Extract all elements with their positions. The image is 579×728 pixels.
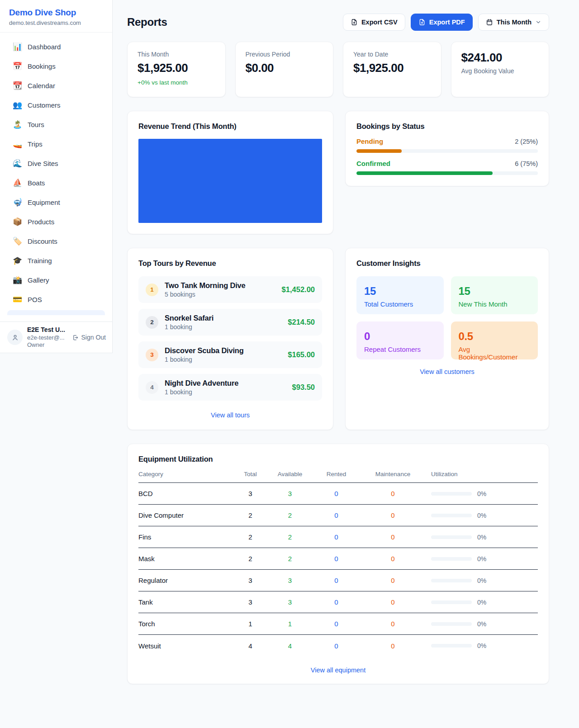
utilization-percent: 0% bbox=[477, 577, 486, 584]
boats-icon: ⛵ bbox=[13, 179, 22, 187]
status-value-confirmed: 6 (75%) bbox=[515, 160, 538, 167]
sidebar-item-trips[interactable]: 🚤 Trips bbox=[5, 135, 107, 152]
cell-utilization: 0% bbox=[423, 555, 538, 563]
tile-value: 15 bbox=[459, 285, 531, 298]
export-csv-button[interactable]: Export CSV bbox=[343, 14, 405, 31]
tile-label: Total Customers bbox=[364, 300, 436, 308]
tour-bookings: 5 bookings bbox=[165, 291, 275, 298]
sidebar-item-tours[interactable]: 🏝️ Tours bbox=[5, 116, 107, 133]
sidebar-item-calendar[interactable]: 📆 Calendar bbox=[5, 77, 107, 94]
utilization-percent: 0% bbox=[477, 620, 486, 628]
sidebar-item-training[interactable]: 🎓 Training bbox=[5, 252, 107, 269]
table-row: Dive Computer 2 2 0 0 0% bbox=[138, 505, 538, 526]
stat-label: This Month bbox=[138, 51, 215, 58]
tile-avg-bookings-customer: 0.5 Avg Bookings/Customer bbox=[451, 321, 538, 359]
sidebar-item-pos[interactable]: 💳 POS bbox=[5, 291, 107, 308]
sidebar-item-equipment[interactable]: 🤿 Equipment bbox=[5, 194, 107, 211]
discounts-icon: 🏷️ bbox=[13, 237, 22, 245]
export-pdf-button[interactable]: Export PDF bbox=[411, 14, 473, 31]
tour-row: 4 Night Dive Adventure 1 booking $93.50 bbox=[138, 374, 322, 401]
cell-available: 3 bbox=[270, 577, 310, 584]
chevron-down-icon bbox=[535, 19, 541, 25]
table-row: Tank 3 3 0 0 0% bbox=[138, 591, 538, 613]
cell-rented: 0 bbox=[310, 490, 362, 497]
period-label: This Month bbox=[497, 19, 532, 26]
user-info: E2E Test U... e2e-tester@... Owner bbox=[27, 326, 67, 349]
cell-available: 2 bbox=[270, 511, 310, 519]
tile-label: Repeat Customers bbox=[364, 345, 436, 353]
products-icon: 📦 bbox=[13, 218, 22, 226]
cell-category: Mask bbox=[138, 555, 231, 563]
tour-name: Discover Scuba Diving bbox=[165, 346, 281, 355]
avatar bbox=[7, 330, 23, 345]
sidebar-header: Demo Dive Shop demo.test.divestreams.com bbox=[0, 0, 112, 33]
equipment-utilization-card: Equipment Utilization Category Total Ava… bbox=[127, 444, 549, 684]
file-download-icon bbox=[351, 19, 358, 26]
cell-category: Dive Computer bbox=[138, 511, 231, 519]
view-all-customers-link[interactable]: View all customers bbox=[356, 368, 538, 375]
stat-label: Year to Date bbox=[353, 51, 431, 58]
status-row-confirmed: Confirmed 6 (75%) bbox=[356, 160, 538, 175]
sidebar-item-label: Training bbox=[28, 257, 52, 265]
utilization-bar-track bbox=[431, 535, 472, 539]
cell-available: 2 bbox=[270, 533, 310, 541]
sidebar-item-customers[interactable]: 👥 Customers bbox=[5, 96, 107, 113]
tile-label: Avg Bookings/Customer bbox=[459, 345, 531, 361]
sign-out-button[interactable]: Sign Out bbox=[72, 334, 106, 341]
customers-icon: 👥 bbox=[13, 101, 22, 109]
confirmed-bar-track bbox=[356, 171, 538, 175]
sidebar-item-reports-active[interactable] bbox=[7, 310, 105, 315]
stat-card-year-to-date: Year to Date $1,925.00 bbox=[343, 42, 441, 97]
top-tours-card: Top Tours by Revenue 1 Two Tank Morning … bbox=[127, 248, 333, 430]
sidebar-item-dashboard[interactable]: 📊 Dashboard bbox=[5, 38, 107, 55]
cell-maintenance: 0 bbox=[362, 642, 423, 650]
sign-out-icon bbox=[72, 334, 79, 341]
tour-name: Snorkel Safari bbox=[165, 314, 281, 322]
cell-category: Tank bbox=[138, 598, 231, 606]
main-content: Reports Export CSV Export PDF This Month bbox=[113, 0, 579, 684]
charts-row: Revenue Trend (This Month) Bookings by S… bbox=[127, 111, 549, 234]
cell-total: 4 bbox=[231, 642, 270, 650]
cell-available: 4 bbox=[270, 642, 310, 650]
sidebar-item-products[interactable]: 📦 Products bbox=[5, 213, 107, 230]
cell-maintenance: 0 bbox=[362, 620, 423, 628]
cell-rented: 0 bbox=[310, 598, 362, 606]
sidebar-item-dive-sites[interactable]: 🌊 Dive Sites bbox=[5, 155, 107, 172]
tile-value: 0.5 bbox=[459, 330, 531, 343]
sidebar-item-boats[interactable]: ⛵ Boats bbox=[5, 174, 107, 191]
sidebar-item-label: Boats bbox=[28, 179, 45, 187]
file-download-icon bbox=[418, 19, 426, 26]
revenue-trend-card: Revenue Trend (This Month) bbox=[127, 111, 333, 234]
cell-rented: 0 bbox=[310, 511, 362, 519]
sidebar-item-gallery[interactable]: 📸 Gallery bbox=[5, 271, 107, 288]
table-row: Torch 1 1 0 0 0% bbox=[138, 613, 538, 635]
status-value-pending: 2 (25%) bbox=[515, 138, 538, 145]
person-icon bbox=[11, 334, 19, 341]
equipment-icon: 🤿 bbox=[13, 199, 22, 206]
cell-available: 3 bbox=[270, 598, 310, 606]
cell-rented: 0 bbox=[310, 620, 362, 628]
period-dropdown[interactable]: This Month bbox=[478, 14, 549, 31]
calendar-icon bbox=[486, 19, 493, 26]
sidebar-item-bookings[interactable]: 📅 Bookings bbox=[5, 57, 107, 75]
view-all-equipment-link[interactable]: View all equipment bbox=[138, 667, 538, 674]
cell-maintenance: 0 bbox=[362, 511, 423, 519]
trips-icon: 🚤 bbox=[13, 140, 22, 148]
tour-bookings: 1 booking bbox=[165, 356, 281, 363]
page-title: Reports bbox=[127, 16, 167, 28]
cell-total: 3 bbox=[231, 598, 270, 606]
top-tours-title: Top Tours by Revenue bbox=[138, 259, 322, 268]
revenue-trend-title: Revenue Trend (This Month) bbox=[138, 122, 322, 131]
utilization-percent: 0% bbox=[477, 490, 486, 497]
utilization-bar-track bbox=[431, 492, 472, 496]
sidebar-item-discounts[interactable]: 🏷️ Discounts bbox=[5, 232, 107, 250]
sidebar-item-label: Gallery bbox=[28, 276, 49, 284]
cell-maintenance: 0 bbox=[362, 555, 423, 563]
view-all-tours-link[interactable]: View all tours bbox=[138, 411, 322, 419]
cell-available: 1 bbox=[270, 620, 310, 628]
sidebar-item-label: Customers bbox=[28, 101, 61, 109]
table-row: Wetsuit 4 4 0 0 0% bbox=[138, 635, 538, 657]
tile-label: New This Month bbox=[459, 300, 531, 308]
tours-icon: 🏝️ bbox=[13, 121, 22, 128]
equipment-table-header: Category Total Available Rented Maintena… bbox=[138, 471, 538, 483]
